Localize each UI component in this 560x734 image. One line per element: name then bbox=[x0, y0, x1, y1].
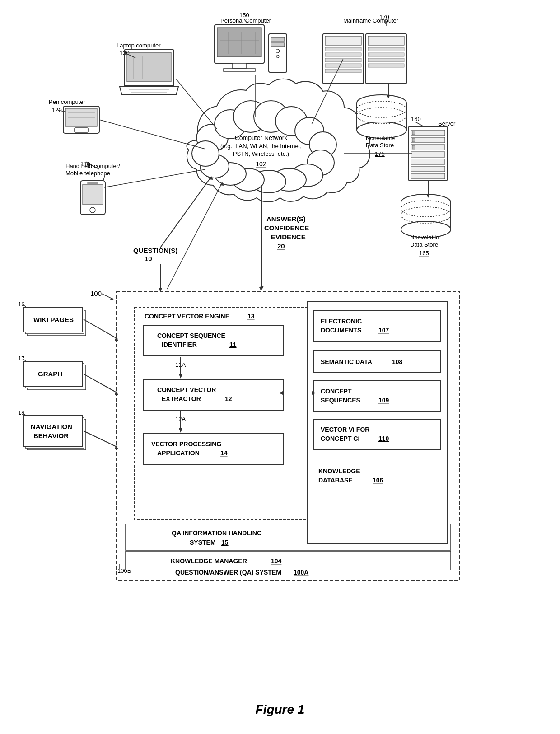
vector-vi-box bbox=[314, 419, 440, 450]
csi-id: 11 bbox=[229, 341, 237, 348]
svg-rect-58 bbox=[325, 53, 361, 56]
svg-text:(e.g., LAN, WLAN, the Internet: (e.g., LAN, WLAN, the Internet, bbox=[220, 143, 302, 150]
svg-rect-78 bbox=[411, 130, 445, 136]
cve-id: 13 bbox=[247, 313, 255, 320]
svg-rect-41 bbox=[217, 28, 261, 57]
svg-rect-64 bbox=[368, 53, 404, 56]
questions-label: QUESTION(S) bbox=[133, 247, 177, 254]
elec-docs-label1: ELECTRONIC bbox=[321, 318, 362, 325]
pen-computer bbox=[63, 106, 99, 133]
kd-label1: KNOWLEDGE bbox=[318, 468, 360, 475]
csi-label2: IDENTIFIER bbox=[162, 341, 197, 348]
svg-rect-50 bbox=[271, 43, 285, 47]
server-label: Server bbox=[438, 120, 456, 127]
concept-sequences-box bbox=[314, 381, 440, 411]
svg-rect-28 bbox=[75, 128, 88, 132]
qa-info-label1: QA INFORMATION HANDLING bbox=[172, 529, 262, 537]
semantic-data-id: 108 bbox=[392, 358, 403, 365]
nonvolatile165-label: Nonvolatile bbox=[410, 234, 439, 241]
evidence-label: EVIDENCE bbox=[271, 233, 306, 241]
vpa-id: 14 bbox=[220, 449, 228, 457]
svg-rect-23 bbox=[87, 182, 98, 184]
knowledge-manager-id: 104 bbox=[271, 557, 282, 565]
svg-rect-49 bbox=[271, 37, 285, 41]
cve2-label2: EXTRACTOR bbox=[162, 395, 201, 402]
svg-text:PSTN, Wireless, etc.): PSTN, Wireless, etc.) bbox=[233, 150, 289, 157]
pc-id: 150 bbox=[239, 12, 249, 19]
svg-rect-79 bbox=[412, 131, 415, 135]
pen-computer-label: Pen computer bbox=[49, 98, 86, 105]
diagram-container: Computer Network (e.g., LAN, WLAN, the I… bbox=[0, 0, 560, 734]
svg-rect-80 bbox=[411, 137, 445, 143]
electronic-docs-box bbox=[314, 311, 440, 341]
svg-rect-60 bbox=[325, 64, 361, 67]
vpa-label1: VECTOR PROCESSING bbox=[151, 440, 221, 448]
mainframe-id: 170 bbox=[379, 14, 389, 20]
qa-info-label2: SYSTEM bbox=[190, 539, 216, 546]
svg-rect-81 bbox=[412, 138, 415, 142]
svg-rect-133 bbox=[23, 416, 82, 446]
csi-label1: CONCEPT SEQUENCE bbox=[157, 332, 225, 339]
pen-computer-id: 120 bbox=[52, 107, 62, 113]
cve-label: CONCEPT VECTOR ENGINE bbox=[145, 313, 229, 320]
server-id: 160 bbox=[411, 116, 421, 122]
nonvolatile165-id: 165 bbox=[419, 250, 429, 257]
server-device bbox=[409, 126, 447, 181]
csi-box bbox=[144, 325, 284, 356]
handheld-id: 110 bbox=[80, 161, 90, 168]
svg-rect-43 bbox=[224, 69, 255, 71]
nav-id: 18 bbox=[18, 409, 24, 416]
svg-rect-65 bbox=[368, 58, 404, 62]
nonvolatile-store-165 bbox=[401, 194, 451, 238]
vi-label2: CONCEPT Ci bbox=[321, 435, 359, 442]
nonvolatile-store-175 bbox=[357, 95, 406, 138]
wiki-pages-stack: WIKI PAGES bbox=[23, 307, 86, 336]
cve2-label1: CONCEPT VECTOR bbox=[157, 386, 216, 393]
kd-label2: DATABASE bbox=[318, 477, 353, 484]
elec-docs-id: 107 bbox=[378, 327, 389, 334]
wiki-id: 16 bbox=[18, 301, 24, 308]
svg-text:BEHAVIOR: BEHAVIOR bbox=[33, 432, 69, 439]
semantic-data-label: SEMANTIC DATA bbox=[321, 358, 372, 365]
answers-id: 20 bbox=[277, 242, 285, 250]
svg-rect-83 bbox=[412, 145, 415, 149]
cs-label1: CONCEPT bbox=[321, 388, 352, 395]
cs-label2: SEQUENCES bbox=[321, 397, 360, 404]
laptop-computer bbox=[120, 50, 178, 95]
cs-id: 109 bbox=[378, 397, 389, 404]
questions-id: 10 bbox=[145, 255, 152, 262]
knowledge-manager-label: KNOWLEDGE MANAGER bbox=[171, 557, 247, 565]
svg-text:102: 102 bbox=[256, 160, 266, 168]
system-100-id: 100 bbox=[90, 290, 102, 297]
laptop-label: Laptop computer bbox=[117, 42, 161, 49]
svg-rect-85 bbox=[411, 159, 445, 164]
graph-id: 17 bbox=[18, 355, 24, 362]
nav-behavior-stack: NAVIGATION BEHAVIOR bbox=[23, 416, 86, 450]
svg-rect-21 bbox=[83, 184, 103, 205]
answers-label: ANSWER(S) bbox=[266, 215, 306, 223]
cve2-box bbox=[144, 379, 284, 410]
vpa-label2: APPLICATION bbox=[157, 449, 200, 457]
nonvolatile175-label: Nonvolatile bbox=[366, 135, 395, 141]
cve2-id: 12 bbox=[225, 395, 232, 402]
vpa-box bbox=[144, 434, 284, 464]
svg-rect-66 bbox=[368, 64, 404, 67]
svg-rect-86 bbox=[411, 166, 445, 172]
svg-rect-56 bbox=[325, 36, 361, 45]
kd-id: 106 bbox=[373, 477, 383, 484]
nonvolatile175-label2: Data Store bbox=[366, 142, 394, 149]
svg-rect-42 bbox=[233, 63, 246, 69]
laptop-id: 130 bbox=[120, 50, 130, 56]
svg-rect-87 bbox=[411, 173, 445, 179]
figure-label: Figure 1 bbox=[256, 702, 305, 716]
vi-id: 110 bbox=[378, 435, 389, 442]
svg-rect-61 bbox=[325, 69, 361, 73]
svg-rect-84 bbox=[411, 152, 445, 157]
svg-text:WIKI PAGES: WIKI PAGES bbox=[33, 316, 74, 323]
qa-info-id: 15 bbox=[221, 539, 229, 546]
svg-point-15 bbox=[192, 141, 219, 166]
svg-text:GRAPH: GRAPH bbox=[38, 370, 62, 378]
elec-docs-label2: DOCUMENTS bbox=[321, 327, 361, 334]
svg-text:Computer Network: Computer Network bbox=[235, 134, 288, 141]
svg-rect-63 bbox=[368, 47, 404, 51]
